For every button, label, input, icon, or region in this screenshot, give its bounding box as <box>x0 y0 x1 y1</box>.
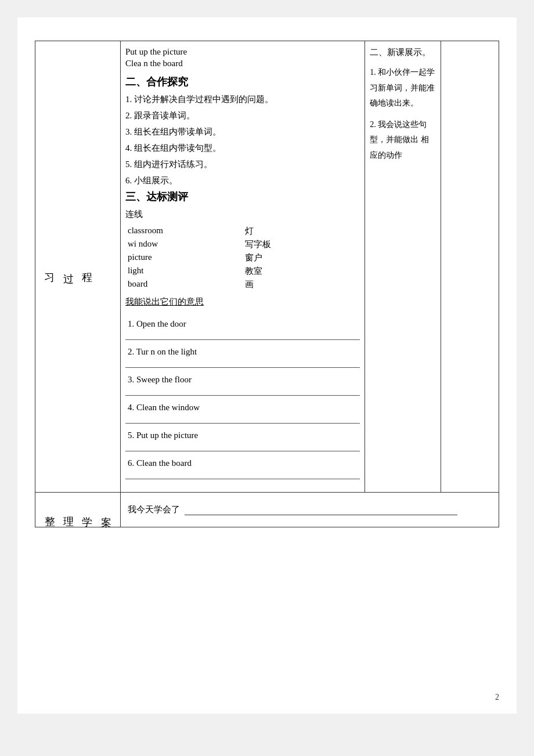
page-number: 2 <box>495 693 499 702</box>
page: 习 过 程 Put up the picture Clea n the boar… <box>17 17 517 714</box>
numbered-item-2: 2. Tur n on the light <box>125 340 360 368</box>
section3-intro: 连线 <box>125 207 360 221</box>
numbered-items: 1. Open the door 2. Tur n on the light 3… <box>125 312 360 489</box>
numbered-item-4: 4. Clean the window <box>125 396 360 424</box>
right1-item-2: 2. 我会说这些句型，并能做出 相应的动作 <box>370 117 435 164</box>
label-summary: 整 理 学 案 <box>35 493 121 527</box>
right1-cell: 二、新课展示。 1. 和小伙伴一起学习新单词，并能准确地读出来。 2. 我会说这… <box>365 41 441 493</box>
vocab-right-1: 灯 <box>243 225 360 238</box>
summary-underline <box>185 504 457 515</box>
label-char-1: 整 <box>44 508 56 512</box>
section3-note: 我能说出它们的意思 <box>125 295 360 309</box>
vocab-right-5: 画 <box>243 278 360 291</box>
section2-item-6: 6. 小组展示。 <box>125 173 360 187</box>
vocab-row-4: light 教室 <box>125 265 360 278</box>
vocab-right-3: 窗户 <box>243 251 360 265</box>
summary-label: 我今天学会了 <box>128 505 180 514</box>
vocab-left-3: picture <box>125 251 243 265</box>
intro-item-1: Put up the picture <box>125 47 360 57</box>
numbered-item-3: 3. Sweep the floor <box>125 368 360 396</box>
vocab-right-2: 写字板 <box>243 238 360 251</box>
vocab-row-2: wi ndow 写字板 <box>125 238 360 251</box>
right1-content: 二、新课展示。 1. 和小伙伴一起学习新单词，并能准确地读出来。 2. 我会说这… <box>370 45 435 164</box>
vocab-row-3: picture 窗户 <box>125 251 360 265</box>
main-content-cell: Put up the picture Clea n the board 二、合作… <box>121 41 365 493</box>
vocab-left-2: wi ndow <box>125 238 243 251</box>
vocab-left-4: light <box>125 265 243 278</box>
section2-item-4: 4. 组长在组内带读句型。 <box>125 141 360 155</box>
section2-item-3: 3. 组长在组内带读单词。 <box>125 125 360 139</box>
vocab-left-1: classroom <box>125 225 243 238</box>
section2-header: 二、合作探究 <box>125 75 360 89</box>
row-xiguocheng: 习 过 程 Put up the picture Clea n the boar… <box>35 41 499 493</box>
section3-header: 三、达标测评 <box>125 190 360 204</box>
vocab-row-5: board 画 <box>125 278 360 291</box>
right2-cell <box>441 41 499 493</box>
vocab-row-1: classroom 灯 <box>125 225 360 238</box>
section2-item-5: 5. 组内进行对话练习。 <box>125 157 360 171</box>
vocab-left-5: board <box>125 278 243 291</box>
numbered-item-1: 1. Open the door <box>125 312 360 340</box>
label-xiguocheng: 习 过 程 <box>35 41 121 493</box>
vocab-table: classroom 灯 wi ndow 写字板 picture 窗户 light… <box>125 225 360 291</box>
label-char-2: 理 <box>63 508 74 512</box>
bottom-spacer <box>125 479 360 489</box>
section2-item-1: 1. 讨论并解决自学过程中遇到的问题。 <box>125 92 360 106</box>
summary-cell: 我今天学会了 <box>121 493 499 527</box>
label-char-4: 案 <box>100 508 112 512</box>
right1-title: 二、新课展示。 <box>370 45 435 60</box>
label-char-3: 学 <box>81 508 93 512</box>
numbered-item-5: 5. Put up the picture <box>125 424 360 451</box>
right1-item-1: 1. 和小伙伴一起学习新单词，并能准确地读出来。 <box>370 65 435 111</box>
row-summary: 整 理 学 案 我今天学会了 <box>35 493 499 527</box>
numbered-item-6: 6. Clean the board <box>125 451 360 479</box>
main-table: 习 过 程 Put up the picture Clea n the boar… <box>35 41 499 527</box>
vocab-right-4: 教室 <box>243 265 360 278</box>
intro-items: Put up the picture Clea n the board <box>125 45 360 73</box>
section2-item-2: 2. 跟录音读单词。 <box>125 108 360 122</box>
intro-item-2: Clea n the board <box>125 59 360 68</box>
